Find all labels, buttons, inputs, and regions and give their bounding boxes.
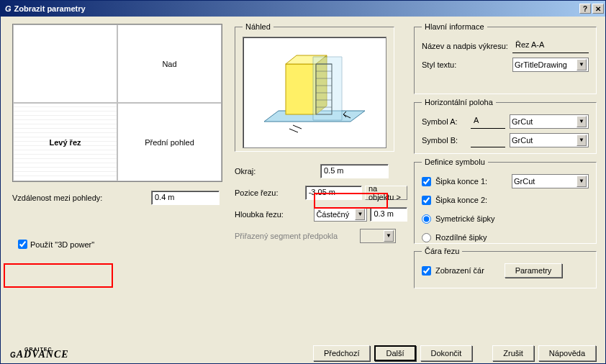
svg-marker-5 — [313, 57, 342, 120]
view-top-left[interactable] — [13, 24, 117, 103]
okraj-input[interactable] — [324, 166, 385, 175]
styl-label: Styl textu: — [422, 60, 508, 69]
def-legend: Definice symbolu — [422, 158, 488, 166]
sipka1-label: Šipka konce 1: — [435, 177, 507, 186]
distance-input-wrap — [151, 191, 220, 205]
preview-fieldset: Náhled — [235, 22, 394, 152]
graitec-advance-logo: GRAITEC GADVANCE — [10, 347, 69, 360]
nazev-label: Název a nadpis výkresu: — [422, 42, 508, 50]
sipka1-select[interactable]: GrCut ▼ — [512, 174, 589, 188]
highlight-box — [4, 263, 113, 288]
window-title: G Zobrazit parametry — [2, 4, 86, 13]
symB-input[interactable] — [474, 135, 502, 143]
hloubka-input[interactable] — [374, 209, 404, 218]
rozdilne-radio[interactable] — [422, 233, 431, 242]
use-3d-power-checkbox[interactable] — [18, 240, 27, 249]
chevron-down-icon: ▼ — [355, 209, 365, 220]
zobrazeni-label: Zobrazení čár — [435, 266, 500, 275]
cara-legend: Čára řezu — [422, 247, 462, 255]
styl-select[interactable]: GrTitleDrawing ▼ — [512, 58, 589, 72]
hloubka-label: Hloubka řezu: — [235, 210, 311, 219]
chevron-down-icon: ▼ — [384, 230, 394, 242]
app-icon: G — [5, 4, 12, 13]
pozice-label: Pozice řezu: — [235, 188, 302, 197]
symB-label: Symbol B: — [422, 136, 466, 145]
hlavni-info-fieldset: Hlavní informace Název a nadpis výkresu:… — [414, 22, 597, 94]
okraj-input-wrap — [320, 164, 389, 178]
chevron-down-icon: ▼ — [576, 116, 587, 127]
okraj-label: Okraj: — [235, 167, 317, 176]
sipka1-checkbox[interactable] — [422, 177, 431, 186]
prirazeny-label: Přiřazený segment předpokla — [235, 232, 357, 240]
preview-legend: Náhled — [243, 22, 273, 31]
zrusit-button[interactable]: Zrušit — [492, 345, 534, 361]
sipka2-checkbox[interactable] — [422, 196, 431, 205]
use-3d-power-label: Použít "3D power" — [30, 240, 94, 249]
svg-rect-1 — [286, 64, 316, 114]
napoveda-button[interactable]: Nápověda — [538, 345, 596, 361]
close-icon[interactable]: ✕ — [592, 4, 604, 14]
dokoncit-button[interactable]: Dokončit — [420, 345, 473, 361]
nazev-input[interactable] — [515, 40, 586, 49]
definice-fieldset: Definice symbolu Šipka konce 1: GrCut ▼ … — [414, 158, 597, 244]
view-bottom-left[interactable]: Levý řez — [13, 103, 117, 181]
view-bottom-right[interactable]: Přední pohled — [117, 103, 222, 181]
preview-3d — [243, 37, 386, 148]
horiz-legend: Horizontální poloha — [422, 98, 496, 106]
symB-select[interactable]: GrCut ▼ — [510, 133, 589, 147]
titlebar: G Zobrazit parametry ? ✕ — [1, 1, 605, 17]
na-objektu-button[interactable]: na objektu > — [365, 186, 407, 200]
view-top-right[interactable]: Nad — [117, 24, 222, 103]
chevron-down-icon: ▼ — [576, 135, 587, 146]
rozdilne-label: Rozdílné šipky — [435, 233, 522, 242]
symA-select[interactable]: GrCut ▼ — [510, 114, 589, 129]
distance-label: Vzdálenost mezi pohledy: — [12, 194, 145, 202]
hloubka-input-wrap — [370, 207, 407, 222]
symA-label: Symbol A: — [422, 117, 466, 126]
symetricke-radio[interactable] — [422, 214, 431, 224]
parametry-button[interactable]: Parametry — [505, 263, 562, 278]
predchozi-button[interactable]: Předchozí — [313, 345, 371, 361]
sipka2-label: Šipka konce 2: — [435, 196, 507, 204]
hlavni-legend: Hlavní informace — [422, 22, 487, 31]
zobrazeni-checkbox[interactable] — [422, 266, 431, 276]
prirazeny-select: ▼ — [360, 229, 396, 243]
views-grid: Nad Levý řez Přední pohled — [12, 24, 222, 182]
pozice-input[interactable] — [309, 188, 358, 196]
chevron-down-icon: ▼ — [576, 176, 587, 187]
pozice-input-wrap — [305, 186, 362, 200]
horiz-fieldset: Horizontální poloha Symbol A: GrCut ▼ Sy… — [414, 98, 597, 154]
symetricke-label: Symetrické šipky — [435, 214, 522, 223]
dalsi-button[interactable]: Další — [374, 345, 415, 361]
distance-input[interactable] — [155, 193, 216, 201]
help-icon[interactable]: ? — [579, 4, 591, 14]
cara-fieldset: Čára řezu Zobrazení čár Parametry — [414, 247, 597, 288]
symA-input[interactable] — [474, 116, 502, 124]
title-text: Zobrazit parametry — [14, 4, 86, 13]
hloubka-select[interactable]: Částečný ▼ — [314, 207, 367, 222]
chevron-down-icon: ▼ — [576, 59, 587, 70]
